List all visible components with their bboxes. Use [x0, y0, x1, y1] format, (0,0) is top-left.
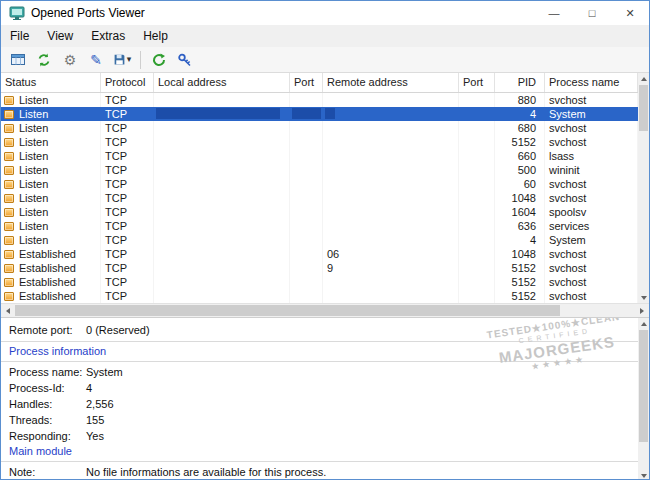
threads-row: Threads:155 [1, 412, 638, 428]
local-port-cell [290, 93, 323, 107]
table-row[interactable]: Established TCP 06 1048 svchost [1, 247, 638, 261]
local-address-cell [154, 177, 290, 191]
scroll-down-button[interactable] [638, 470, 649, 480]
remote-port-cell [459, 289, 495, 303]
table-row[interactable]: Listen TCP 880 svchost [1, 93, 638, 107]
table-row[interactable]: Listen TCP 636 services [1, 219, 638, 233]
right-triangle-icon [640, 308, 644, 314]
table-row[interactable]: Listen TCP 680 svchost [1, 121, 638, 135]
details-vertical-scrollbar[interactable] [638, 318, 649, 480]
app-icon [9, 5, 25, 21]
scroll-up-button[interactable] [638, 318, 649, 329]
protocol-cell: TCP [101, 107, 154, 121]
local-port-cell [290, 233, 323, 247]
status-cell: Established [1, 275, 101, 289]
filter-key-icon [177, 52, 193, 68]
settings-button[interactable]: ⚙ [58, 49, 82, 71]
process-name-cell: svchost [545, 177, 638, 191]
column-header-remote-port[interactable]: Port [459, 73, 495, 92]
save-disk-icon [113, 53, 126, 66]
table-horizontal-scrollbar[interactable] [1, 303, 649, 317]
column-header-local-port[interactable]: Port [290, 73, 323, 92]
column-header-pid[interactable]: PID [495, 73, 545, 92]
remote-port-label: Remote port: [9, 322, 86, 338]
local-address-cell [154, 289, 290, 303]
remote-address-cell [323, 219, 459, 233]
horizontal-scrollbar-thumb[interactable] [15, 305, 560, 316]
remote-port-cell [459, 219, 495, 233]
status-cell: Listen [1, 177, 101, 191]
port-icon [4, 222, 14, 231]
menu-file[interactable]: File [1, 25, 38, 47]
pid-cell: 1048 [495, 191, 545, 205]
scroll-down-button[interactable] [638, 292, 649, 303]
table-row[interactable]: Established TCP 9 5152 svchost [1, 261, 638, 275]
table-row[interactable]: Listen TCP 1048 svchost [1, 191, 638, 205]
down-triangle-icon [641, 296, 647, 300]
table-row[interactable]: Listen TCP 5152 svchost [1, 135, 638, 149]
table-row[interactable]: Established TCP 5152 svchost [1, 289, 638, 303]
remote-address-cell [323, 107, 459, 121]
remote-port-cell [459, 233, 495, 247]
status-cell: Listen [1, 233, 101, 247]
menu-bar: File View Extras Help [1, 25, 649, 47]
menu-help[interactable]: Help [134, 25, 177, 47]
table-row[interactable]: Listen TCP 1604 spoolsv [1, 205, 638, 219]
close-button[interactable]: ✕ [611, 1, 649, 25]
remote-port-cell [459, 135, 495, 149]
table-body: Listen TCP 880 svchost Listen TCP 4 Syst… [1, 93, 638, 303]
protocol-cell: TCP [101, 191, 154, 205]
column-header-protocol[interactable]: Protocol [101, 73, 154, 92]
table-row[interactable]: Established TCP 5152 svchost [1, 275, 638, 289]
reload-button[interactable] [147, 49, 171, 71]
scroll-left-button[interactable] [1, 304, 15, 317]
scroll-up-button[interactable] [638, 73, 649, 84]
process-name-cell: svchost [545, 275, 638, 289]
table-row[interactable]: Listen TCP 4 System [1, 107, 638, 121]
refresh-connections-button[interactable] [32, 49, 56, 71]
remote-port-value: 0 (Reserved) [86, 324, 150, 336]
refresh-connections-icon [36, 52, 52, 68]
maximize-button[interactable]: □ [573, 1, 611, 25]
remote-port-cell [459, 121, 495, 135]
save-export-button[interactable]: ▾ [110, 49, 134, 71]
table-row[interactable]: Listen TCP 4 System [1, 233, 638, 247]
network-list-button[interactable] [6, 49, 30, 71]
column-header-process-name[interactable]: Process name [545, 73, 638, 92]
table-row[interactable]: Listen TCP 660 lsass [1, 149, 638, 163]
column-header-remote-address[interactable]: Remote address [323, 73, 459, 92]
edit-button[interactable]: ✎ [84, 49, 108, 71]
filter-key-button[interactable] [173, 49, 197, 71]
responding-label: Responding: [9, 428, 86, 444]
local-port-cell [290, 191, 323, 205]
pid-cell: 1604 [495, 205, 545, 219]
vertical-scrollbar-thumb[interactable] [639, 330, 648, 442]
process-name-cell: svchost [545, 191, 638, 205]
process-name-cell: svchost [545, 261, 638, 275]
scroll-right-button[interactable] [635, 304, 649, 317]
port-icon [4, 208, 14, 217]
local-address-cell [154, 219, 290, 233]
up-triangle-icon [641, 322, 647, 326]
protocol-cell: TCP [101, 93, 154, 107]
process-id-row: Process-Id:4 [1, 380, 638, 396]
table-row[interactable]: Listen TCP 60 svchost [1, 177, 638, 191]
column-header-status[interactable]: Status [1, 73, 101, 92]
menu-extras[interactable]: Extras [82, 25, 134, 47]
port-icon [4, 166, 14, 175]
close-icon: ✕ [625, 7, 634, 20]
menu-view[interactable]: View [38, 25, 82, 47]
table-vertical-scrollbar[interactable] [638, 73, 649, 303]
process-name-cell: svchost [545, 289, 638, 303]
local-address-cell [154, 121, 290, 135]
local-port-cell [290, 247, 323, 261]
port-icon [4, 138, 14, 147]
minimize-button[interactable]: — [535, 1, 573, 25]
port-icon [4, 96, 14, 105]
ports-table: Status Protocol Local address Port Remot… [1, 73, 649, 303]
protocol-cell: TCP [101, 205, 154, 219]
vertical-scrollbar-thumb[interactable] [639, 85, 648, 131]
pid-cell: 880 [495, 93, 545, 107]
column-header-local-address[interactable]: Local address [154, 73, 290, 92]
table-row[interactable]: Listen TCP 500 wininit [1, 163, 638, 177]
